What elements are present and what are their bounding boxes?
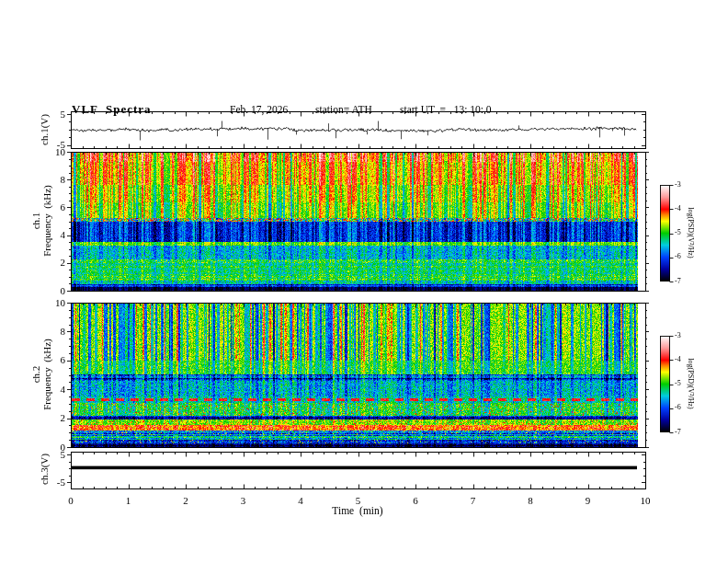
x-tick-label: 0 [57, 496, 85, 506]
ch1-volt-tick-label: 5 [41, 109, 65, 120]
ch1-spec-channel-label: ch.1 [30, 185, 41, 257]
header-start-ut: start UT = 13: 10: 0 [400, 105, 492, 116]
ch2-freq-tick-label: 10 [41, 298, 65, 308]
ch1-freq-tick-label: 2 [41, 258, 65, 268]
ch1-spec-frequency-label: Frequency (kHz) [41, 185, 52, 257]
header-station: station= ATH [315, 105, 372, 116]
x-tick-label: 8 [517, 496, 544, 506]
time-axis-label: Time (min) [321, 506, 394, 517]
ch2-freq-tick-label: 2 [41, 413, 65, 423]
x-tick-label: 9 [574, 496, 602, 506]
ch3-volt-tick-label: -5 [41, 477, 65, 488]
x-tick-label: 3 [230, 496, 257, 506]
colorbar1-tick-label: -7 [675, 278, 693, 285]
colorbar1-tick-label: -5 [675, 229, 693, 236]
ch3-volt-tick-label: 5 [41, 450, 65, 460]
vlf-spectra-figure: VLF Spectra Feb. 17, 2026 station= ATH s… [0, 0, 728, 563]
ch2-freq-tick-label: 8 [41, 327, 65, 337]
colorbar2-tick-label: -6 [675, 404, 693, 411]
x-tick-label: 5 [345, 496, 372, 506]
header-date: Feb. 17, 2026 [230, 105, 288, 116]
colorbar2-tick-label: -7 [675, 429, 693, 436]
colorbar1-tick-label: -4 [675, 205, 693, 213]
ch2-freq-tick-label: 4 [41, 385, 65, 395]
ch1-freq-tick-label: 4 [41, 230, 65, 240]
ch2-frequency-axis-label: ch.2 Frequency (kHz) [30, 339, 52, 410]
colorbar2-tick-label: -5 [675, 380, 693, 387]
colorbar2-tick-label: -4 [675, 356, 693, 363]
ch2-freq-tick-label: 6 [41, 355, 65, 365]
x-tick-label: 10 [631, 496, 659, 506]
ch1-freq-tick-label: 0 [41, 286, 65, 296]
figure-title: VLF Spectra [72, 103, 152, 115]
colorbar2-tick-label: -3 [675, 332, 693, 339]
ch1-frequency-axis-label: ch.1 Frequency (kHz) [30, 185, 52, 257]
x-tick-label: 6 [402, 496, 429, 506]
plot-canvas [0, 0, 728, 563]
ch2-spec-frequency-label: Frequency (kHz) [41, 339, 52, 410]
colorbar1-tick-label: -6 [675, 253, 693, 260]
x-tick-label: 2 [172, 496, 199, 506]
x-tick-label: 1 [115, 496, 142, 506]
ch1-volt-tick-label: -5 [41, 140, 65, 150]
ch1-freq-tick-label: 6 [41, 202, 65, 213]
x-tick-label: 7 [460, 496, 487, 506]
x-tick-label: 4 [287, 496, 314, 506]
ch1-freq-tick-label: 8 [41, 175, 65, 185]
ch2-spec-channel-label: ch.2 [30, 339, 41, 410]
colorbar1-tick-label: -3 [675, 181, 693, 189]
